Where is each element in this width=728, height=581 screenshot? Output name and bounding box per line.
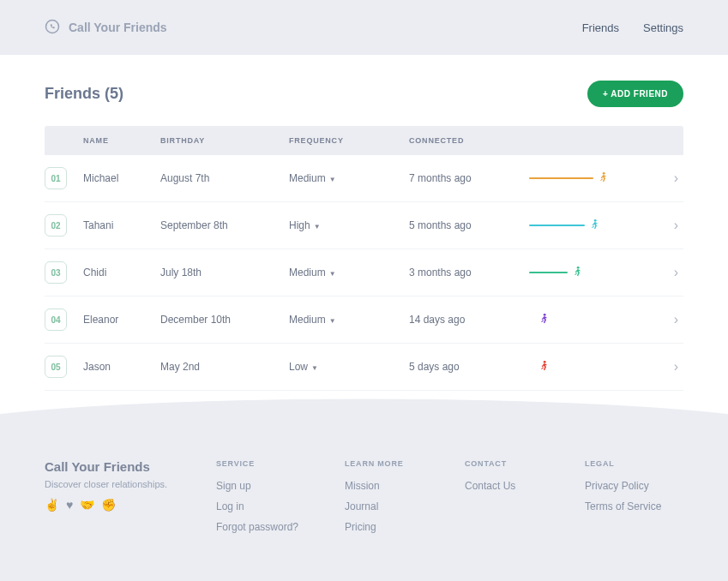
curve-divider: [0, 391, 728, 434]
chevron-down-icon: ▼: [329, 270, 336, 278]
runner-icon: [588, 215, 600, 237]
footer-social-icons: ✌ ♥ 🤝 ✊: [45, 498, 216, 512]
main-panel: Friends (5) + ADD FRIEND NAME BIRTHDAY F…: [0, 55, 728, 434]
row-index-badge: 02: [45, 214, 67, 237]
table-row[interactable]: 04 Eleanor December 10th Medium▼ 14 days…: [45, 296, 683, 344]
friend-birthday: May 2nd: [160, 361, 289, 373]
header: Call Your Friends Friends Settings: [0, 0, 728, 55]
progress-timeline: [529, 262, 658, 283]
footer-learn-col: LEARN MORE Mission Journal Pricing: [345, 459, 465, 542]
frequency-select[interactable]: Medium▼: [289, 314, 409, 326]
col-frequency: FREQUENCY: [289, 136, 409, 145]
footer-learn-head: LEARN MORE: [345, 459, 465, 468]
row-index-badge: 03: [45, 261, 67, 284]
footer-service-head: SERVICE: [216, 459, 345, 468]
row-expand-chevron[interactable]: ›: [658, 265, 683, 280]
footer-pricing-link[interactable]: Pricing: [345, 521, 465, 533]
friend-birthday: July 18th: [160, 267, 289, 279]
runner-icon: [571, 262, 583, 284]
footer-contact-col: CONTACT Contact Us: [465, 459, 585, 542]
footer-legal-head: LEGAL: [585, 459, 683, 468]
footer-login-link[interactable]: Log in: [216, 500, 345, 512]
col-birthday: BIRTHDAY: [160, 136, 289, 145]
footer-contact-head: CONTACT: [465, 459, 585, 468]
friend-connected: 7 months ago: [409, 172, 529, 184]
nav-friends[interactable]: Friends: [582, 21, 619, 34]
progress-line: [529, 225, 585, 226]
footer-signup-link[interactable]: Sign up: [216, 480, 345, 492]
row-expand-chevron[interactable]: ›: [658, 171, 683, 186]
col-name: NAME: [83, 136, 160, 145]
frequency-select[interactable]: Low▼: [289, 361, 409, 373]
progress-timeline: [529, 309, 658, 330]
progress-line: [529, 272, 568, 273]
footer-legal-col: LEGAL Privacy Policy Terms of Service: [585, 459, 683, 542]
progress-timeline: [529, 356, 658, 377]
frequency-select[interactable]: High▼: [289, 219, 409, 231]
list-header: Friends (5) + ADD FRIEND: [45, 81, 683, 107]
footer-service-col: SERVICE Sign up Log in Forgot password?: [216, 459, 345, 542]
friend-connected: 5 days ago: [409, 361, 529, 373]
chevron-down-icon: ▼: [314, 223, 321, 231]
footer-forgot-link[interactable]: Forgot password?: [216, 521, 345, 533]
friend-name: Tahani: [83, 219, 160, 231]
footer-contactus-link[interactable]: Contact Us: [465, 480, 585, 492]
friends-list: 01 Michael August 7th Medium▼ 7 months a…: [45, 155, 683, 391]
progress-timeline: [529, 168, 658, 189]
brand[interactable]: Call Your Friends: [45, 19, 167, 37]
friend-birthday: September 8th: [160, 219, 289, 231]
progress-line: [529, 177, 593, 179]
runner-icon: [597, 168, 609, 189]
footer: Call Your Friends Discover closer relati…: [0, 434, 728, 576]
row-index-badge: 05: [45, 356, 67, 378]
friend-name: Michael: [83, 172, 160, 184]
chevron-down-icon: ▼: [329, 176, 336, 183]
runner-icon: [538, 356, 550, 378]
fist-icon[interactable]: ✊: [101, 498, 116, 512]
footer-tagline: Discover closer relationships.: [45, 479, 216, 489]
table-row[interactable]: 03 Chidi July 18th Medium▼ 3 months ago …: [45, 249, 683, 296]
row-expand-chevron[interactable]: ›: [658, 218, 683, 233]
row-index-badge: 04: [45, 308, 67, 331]
runner-icon: [538, 309, 550, 331]
friend-birthday: December 10th: [160, 314, 289, 326]
footer-tos-link[interactable]: Terms of Service: [585, 500, 683, 512]
friend-birthday: August 7th: [160, 172, 289, 184]
phone-icon: [45, 19, 60, 37]
friend-connected: 5 months ago: [409, 219, 529, 231]
footer-brand-title: Call Your Friends: [45, 459, 216, 474]
footer-mission-link[interactable]: Mission: [345, 480, 465, 492]
heart-icon[interactable]: ♥: [66, 498, 73, 512]
row-expand-chevron[interactable]: ›: [658, 359, 683, 374]
frequency-select[interactable]: Medium▼: [289, 172, 409, 184]
chevron-down-icon: ▼: [329, 317, 336, 325]
footer-journal-link[interactable]: Journal: [345, 500, 465, 512]
friend-name: Eleanor: [83, 314, 160, 326]
chevron-down-icon: ▼: [311, 364, 318, 372]
svg-point-1: [603, 171, 605, 174]
table-row[interactable]: 01 Michael August 7th Medium▼ 7 months a…: [45, 155, 683, 202]
friend-name: Jason: [83, 361, 160, 373]
svg-point-2: [594, 219, 597, 221]
peace-icon[interactable]: ✌: [45, 498, 59, 512]
footer-privacy-link[interactable]: Privacy Policy: [585, 480, 683, 492]
add-friend-button[interactable]: + ADD FRIEND: [587, 81, 683, 107]
nav-settings[interactable]: Settings: [643, 21, 683, 34]
col-connected: CONNECTED: [409, 136, 529, 145]
svg-point-4: [544, 313, 546, 315]
svg-point-3: [577, 266, 580, 268]
table-row[interactable]: 02 Tahani September 8th High▼ 5 months a…: [45, 202, 683, 249]
brand-text: Call Your Friends: [69, 21, 167, 34]
footer-brand-col: Call Your Friends Discover closer relati…: [45, 459, 216, 542]
table-row[interactable]: 05 Jason May 2nd Low▼ 5 days ago ›: [45, 344, 683, 391]
nav: Friends Settings: [582, 21, 683, 34]
row-expand-chevron[interactable]: ›: [658, 312, 683, 327]
row-index-badge: 01: [45, 167, 67, 189]
progress-timeline: [529, 215, 658, 236]
frequency-select[interactable]: Medium▼: [289, 267, 409, 279]
friend-connected: 14 days ago: [409, 314, 529, 326]
page-title: Friends (5): [45, 85, 123, 103]
friend-connected: 3 months ago: [409, 267, 529, 279]
handshake-icon[interactable]: 🤝: [80, 498, 94, 512]
svg-point-5: [544, 360, 546, 362]
